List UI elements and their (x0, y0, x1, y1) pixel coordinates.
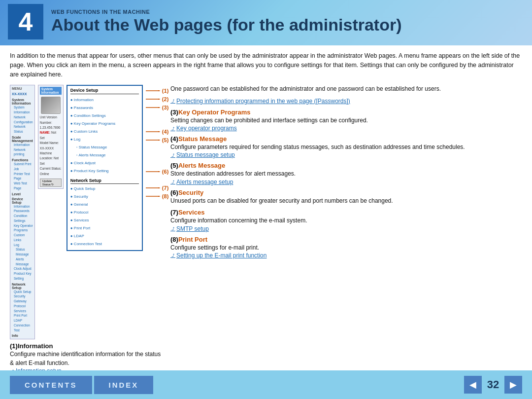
setup-item-customlinks[interactable]: ● Custom Links (70, 128, 139, 136)
setup-item-ldap[interactable]: ● LDAP (70, 232, 139, 240)
setup-item-clock[interactable]: ● Clock Adjust (70, 159, 139, 167)
desc-link-alerts-msg[interactable]: ⭜ Alerts message setup (170, 179, 522, 185)
menu-item[interactable]: System Information (12, 105, 33, 115)
prev-page-button[interactable]: ◀ (464, 376, 482, 394)
menu-item[interactable]: Connection Test (12, 323, 33, 333)
main-content: In addition to the menus that appear for… (0, 45, 532, 371)
next-page-button[interactable]: ▶ (504, 376, 522, 394)
menu-item[interactable]: Information (12, 204, 33, 209)
desc-title-status-msg: (4)Status Message (170, 135, 522, 143)
setup-subitem-status[interactable]: ◦ Status Message (70, 144, 139, 151)
menu-item[interactable]: Security (12, 294, 33, 299)
menu-section-functions: Functions (12, 158, 33, 162)
link-icon-alerts-msg: ⭜ (170, 179, 175, 184)
footer-right: ◀ 32 ▶ (464, 376, 522, 394)
menu-item[interactable]: Log (12, 243, 33, 248)
setup-item-security[interactable]: ● Security (70, 193, 139, 201)
desc-text-keyop: Setting changes can be prohibited and in… (170, 116, 522, 125)
page-header: 4 WEB FUNCTIONS IN THE MACHINE About the… (0, 0, 532, 45)
network-setup-title: Network Setup (70, 178, 139, 184)
menu-item[interactable]: Passwords (12, 209, 33, 214)
menu-item[interactable]: Custom Links (12, 233, 33, 243)
arrow-7 (146, 187, 161, 188)
menu-item[interactable]: Gateway (12, 299, 33, 304)
menu-item[interactable]: Information (12, 143, 33, 147)
desc-security: (6)Security Unused ports can be disabled… (170, 189, 522, 205)
page-number: 32 (486, 378, 500, 391)
menu-item[interactable]: Status Message (12, 247, 33, 257)
desc-services: (7)Services Configure information concer… (170, 209, 522, 232)
setup-item-printport[interactable]: ● Print Port (70, 224, 139, 232)
arrow-4 (146, 131, 161, 132)
link-icon-keyop: ⭜ (170, 126, 175, 131)
menu-item[interactable]: Printer Test Page (12, 172, 33, 181)
menu-item[interactable]: Network Status (12, 124, 33, 134)
menu-item[interactable]: Web Test Page (12, 181, 33, 191)
desc-title-services: (7)Services (170, 209, 522, 216)
setup-item-connectiontest[interactable]: ● Connection Test (70, 240, 139, 248)
desc-status-msg: (4)Status Message Configure parameters r… (170, 135, 522, 158)
desc-link-status-msg[interactable]: ⭜ Status message setup (170, 151, 522, 158)
arrow-6 (146, 171, 161, 172)
intro-text: In addition to the menus that appear for… (10, 51, 522, 79)
setup-item-log[interactable]: ● Log (70, 136, 139, 144)
menu-section-scale: Scale Management (12, 136, 33, 143)
main-panel-mockup: System Information Unit Version Number: … (38, 85, 64, 189)
menu-item[interactable]: Condition Settings (12, 214, 33, 223)
label-2: (2) (161, 97, 169, 102)
setup-subitem-alerts[interactable]: ◦ Alerts Message (70, 151, 139, 159)
setup-item-protocol[interactable]: ● Protocol (70, 209, 139, 217)
setup-item-passwords[interactable]: ● Passwords (70, 104, 139, 112)
page-footer: CONTENTS INDEX ◀ 32 ▶ (0, 370, 532, 399)
menu-item[interactable]: Clock Adjust (12, 266, 33, 271)
contents-button[interactable]: CONTENTS (10, 376, 92, 394)
header-text: WEB FUNCTIONS IN THE MACHINE About the W… (51, 9, 524, 34)
setup-item-general[interactable]: ● General (70, 201, 139, 209)
menu-item[interactable]: Network printing (12, 147, 33, 157)
footer-left: CONTENTS INDEX (10, 376, 153, 394)
desc-text-printport: Configure settings for e-mail print. (170, 244, 522, 252)
setup-item-services[interactable]: ● Services (70, 217, 139, 224)
link-icon-services: ⭜ (170, 226, 175, 231)
link-icon-protecting: ⭜ (170, 98, 175, 104)
menu-section-info: Info (12, 334, 33, 337)
desc-link-printport[interactable]: ⭜ Setting up the E-mail print function (170, 252, 522, 259)
menu-item[interactable]: Protocol (12, 304, 33, 309)
desc-printport: (8)Print Port Configure settings for e-m… (170, 236, 522, 259)
menu-item[interactable]: Product Key Setting (12, 271, 33, 281)
link-icon-status-msg: ⭜ (170, 152, 175, 158)
menu-item[interactable]: Alerts Message (12, 257, 33, 267)
setup-item-information[interactable]: ● Information (70, 96, 139, 104)
update-button[interactable]: Update Status ↻ (40, 179, 62, 187)
setup-item-keyop[interactable]: ● Key Operator Programs (70, 120, 139, 128)
desc-text-information: Configure machine identification informa… (10, 350, 163, 367)
menu-item[interactable]: Network Configuration (12, 115, 33, 125)
menu-item[interactable]: Key Operator Programs (12, 223, 33, 233)
desc-link-services[interactable]: ⭜ SMTP setup (170, 225, 522, 232)
setup-item-productkey[interactable]: ● Product Key Setting (70, 167, 139, 175)
arrow-3 (146, 107, 161, 108)
index-button[interactable]: INDEX (94, 376, 154, 394)
protecting-link[interactable]: ⭜ Protecting information programmed in t… (170, 98, 522, 105)
label-1: (1) (161, 88, 169, 94)
desc-title-printport: (8)Print Port (170, 236, 522, 243)
menu-header: MENU (12, 87, 33, 90)
desc-title-security: (6)Security (170, 189, 522, 196)
menu-item[interactable]: Submit Print Job (12, 162, 33, 172)
arrow-1 (146, 90, 161, 91)
menu-section-network: Network Setup (12, 283, 33, 290)
setup-item-quicksetup[interactable]: ● Quick Setup (70, 185, 139, 193)
columns: MENU XX-XXXX System Information System I… (10, 85, 522, 371)
menu-item[interactable]: Services (12, 309, 33, 314)
menu-section-system: System Information (12, 98, 33, 105)
label-5: (5) (161, 138, 169, 143)
menu-item[interactable]: Print Port (12, 313, 33, 318)
menu-item[interactable]: Quick Setup (12, 290, 33, 294)
menu-item[interactable]: LDAP (12, 318, 33, 323)
device-header: System Information (40, 87, 62, 95)
setup-item-condition[interactable]: ● Condition Settings (70, 112, 139, 120)
footer-nav: ◀ 32 ▶ (464, 376, 522, 394)
desc-link-keyop[interactable]: ⭜ Key operator programs (170, 125, 522, 132)
desc-text-security: Unused ports can be disabled for greater… (170, 197, 522, 205)
label-6: (6) (161, 169, 169, 175)
